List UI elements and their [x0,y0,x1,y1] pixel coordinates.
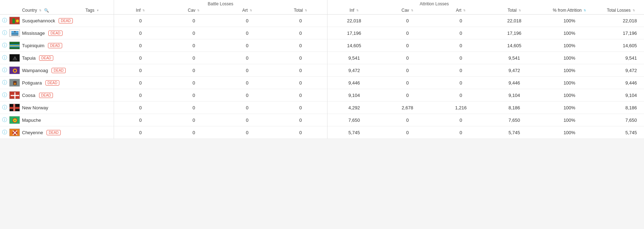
pct-cell-new-norway: 100% [541,102,598,114]
dead-badge: DEAD [39,55,53,61]
battle-cav-new-norway: 0 [167,102,220,114]
country-group-header [0,0,71,7]
pct-cell-cheyenne: 100% [541,126,598,139]
flag-cheyenne [9,129,20,136]
info-icon-potiguara[interactable]: ⓘ [2,80,7,86]
attr-art-sort-icon[interactable]: ⇅ [463,9,466,12]
total-losses-sort-icon[interactable]: ⇅ [633,9,635,12]
attr-art-header: Art ⇅ [434,7,487,15]
battle-cav-wampanoag: 0 [167,64,220,77]
table-row: ⓘ Cheyenne DEAD 0 0 0 0 5,745 0 0 5,745 … [0,126,644,139]
attr-inf-susquehannock: 22,018 [328,15,381,27]
tags-sub-header: Tags ▼ [71,7,114,15]
attr-cav-header: Cav ⇅ [381,7,434,15]
info-icon-tapuia[interactable]: ⓘ [2,55,7,61]
attr-total-sort-icon[interactable]: ⇅ [519,9,521,12]
total-losses-cell-tupiniquim: 14,605 [598,39,644,52]
country-name-mapuche: Mapuche [22,118,41,123]
battle-art-susquehannock: 0 [221,15,274,27]
attr-inf-cheyenne: 5,745 [328,126,381,139]
svg-point-2 [16,20,19,22]
tags-cell-susquehannock [71,15,114,27]
pct-cell-coosa: 100% [541,89,598,102]
attr-art-tupiniquim: 0 [434,39,487,52]
battle-total-mapuche: 0 [274,114,327,126]
attr-inf-tapuia: 9,541 [328,52,381,64]
battle-total-potiguara: 0 [274,77,327,89]
tags-cell-new-norway [71,102,114,114]
flag-coosa [9,91,20,99]
info-icon-mississage[interactable]: ⓘ [2,30,7,36]
attr-total-tupiniquim: 14,605 [488,39,541,52]
table-row: ⓘ Susquehannock DEAD 0 0 0 0 22,018 0 0 … [0,15,644,27]
battle-total-sort-icon[interactable]: ⇅ [305,9,307,12]
attr-inf-header: Inf ⇅ [328,7,381,15]
battle-total-coosa: 0 [274,89,327,102]
tags-cell-tapuia [71,52,114,64]
battle-inf-sort-icon[interactable]: ⇅ [142,9,145,12]
attr-total-mapuche: 7,650 [488,114,541,126]
losses-table: Battle Losses Attrition Losses Country ⇅… [0,0,644,139]
tags-cell-tupiniquim [71,39,114,52]
attr-cav-sort-icon[interactable]: ⇅ [411,9,413,12]
pct-cell-mississage: 100% [541,27,598,39]
battle-art-coosa: 0 [221,89,274,102]
country-cell-susquehannock: ⓘ Susquehannock DEAD [0,15,71,27]
attr-inf-new-norway: 4,292 [328,102,381,114]
country-sort-icon[interactable]: ⇅ [39,9,42,12]
flag-mapuche [9,116,20,124]
svg-rect-10 [10,45,20,46]
country-name-wampanoag: Wampanoag [22,68,48,73]
battle-art-new-norway: 0 [221,102,274,114]
attr-art-wampanoag: 0 [434,64,487,77]
pct-cell-wampanoag: 100% [541,64,598,77]
tags-filter-icon[interactable]: ▼ [96,9,99,12]
info-icon-wampanoag[interactable]: ⓘ [2,67,7,73]
attr-inf-mississage: 17,196 [328,27,381,39]
country-name-cheyenne: Cheyenne [22,130,43,135]
info-icon-cheyenne[interactable]: ⓘ [2,129,7,136]
battle-art-tupiniquim: 0 [221,39,274,52]
pct-attrition-header: % from Attrition ⇅ [541,7,598,15]
battle-inf-coosa: 0 [114,89,167,102]
attr-cav-mapuche: 0 [381,114,434,126]
total-losses-cell-cheyenne: 5,745 [598,126,644,139]
attr-inf-potiguara: 9,446 [328,77,381,89]
info-icon-mapuche[interactable]: ⓘ [2,117,7,123]
attr-cav-wampanoag: 0 [381,64,434,77]
info-icon-coosa[interactable]: ⓘ [2,92,7,98]
table-row: ⓘ New Norway 0 0 0 0 4,292 2,678 1,216 8… [0,102,644,114]
total-losses-cell-susquehannock: 22,018 [598,15,644,27]
total-losses-cell-coosa: 9,104 [598,89,644,102]
country-search-icon[interactable]: 🔍 [44,8,49,13]
tags-cell-cheyenne [71,126,114,139]
svg-point-16 [14,70,16,72]
battle-art-sort-icon[interactable]: ⇅ [250,9,252,12]
battle-inf-cheyenne: 0 [114,126,167,139]
battle-art-mississage: 0 [221,27,274,39]
attr-cav-new-norway: 2,678 [381,102,434,114]
attr-cav-tapuia: 0 [381,52,434,64]
country-cell-mapuche: ⓘ Mapuche [0,114,71,126]
info-icon-susquehannock[interactable]: ⓘ [2,17,7,24]
battle-cav-susquehannock: 0 [167,15,220,27]
info-icon-new-norway[interactable]: ⓘ [2,104,7,111]
pct-cell-susquehannock: 100% [541,15,598,27]
pct-attrition-group-header [541,0,598,7]
dead-badge: DEAD [48,43,62,48]
info-icon-tupiniquim[interactable]: ⓘ [2,42,7,49]
battle-cav-sort-icon[interactable]: ⇅ [197,9,200,12]
battle-cav-mapuche: 0 [167,114,220,126]
svg-rect-25 [13,104,15,111]
attr-inf-sort-icon[interactable]: ⇅ [356,9,359,12]
flag-new-norway [9,104,20,111]
total-losses-cell-tapuia: 9,541 [598,52,644,64]
pct-attrition-sort-icon[interactable]: ⇅ [584,9,586,12]
country-name-new-norway: New Norway [22,105,48,110]
pct-cell-tupiniquim: 100% [541,39,598,52]
pct-cell-mapuche: 100% [541,114,598,126]
battle-total-mississage: 0 [274,27,327,39]
battle-cav-potiguara: 0 [167,77,220,89]
tags-cell-mississage [71,27,114,39]
dead-badge: DEAD [39,93,53,98]
